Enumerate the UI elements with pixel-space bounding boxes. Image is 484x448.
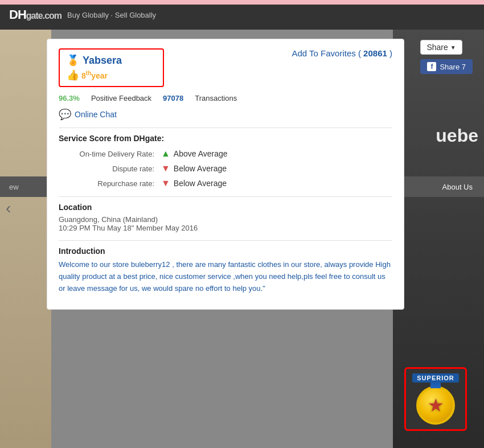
thumbs-up-icon: 👍: [67, 69, 79, 81]
member-date: 10:29 PM Thu May 18" Member May 2016: [59, 224, 392, 232]
year-badge: 👍 8thyear: [67, 69, 156, 81]
logo: DHgate.com: [9, 7, 61, 22]
nav-tagline: Buy Globally · Sell Globally: [67, 11, 156, 19]
repurchase-rate-row: Repurchase rate: ▼ Below Average: [59, 178, 392, 188]
medal-top: [430, 380, 441, 388]
divider-2: [59, 196, 392, 197]
seller-popup-card: 🏅 Yabsera 👍 8thyear Add To Favorites ( 2…: [47, 39, 404, 310]
superior-badge: SUPERIOR ★: [404, 367, 467, 431]
share-area: Share ▼ f Share 7: [420, 40, 473, 74]
left-arrow[interactable]: ‹: [6, 199, 11, 217]
divider-3: [59, 240, 392, 241]
location-address: Guangdong, China (Mainland): [59, 215, 392, 224]
transactions-count: 97078: [163, 94, 183, 102]
stats-row: 96.3% Positive Feedback 97078 Transactio…: [59, 94, 392, 102]
online-chat-row: 💬 Online Chat: [59, 108, 392, 121]
seller-info-box: 🏅 Yabsera 👍 8thyear: [59, 48, 164, 87]
arrow-down-icon-repurchase: ▼: [161, 178, 170, 188]
star-icon: ★: [428, 394, 444, 416]
introduction-section: Introduction Welcome to our store bulebe…: [59, 246, 392, 294]
location-title: Location: [59, 203, 392, 212]
repurchase-rate-label: Repurchase rate:: [59, 179, 161, 188]
logo-dh: DH: [9, 7, 26, 22]
online-chat-link[interactable]: Online Chat: [75, 110, 117, 119]
delivery-rate-value: Above Average: [174, 149, 228, 158]
medal-circle: ★: [416, 386, 455, 425]
arrow-up-icon: ▲: [161, 149, 170, 159]
service-score-section: Service Score from DHgate: On-time Deliv…: [59, 134, 392, 188]
seller-name[interactable]: Yabsera: [83, 55, 122, 67]
delivery-rate-row: On-time Delivery Rate: ▲ Above Average: [59, 149, 392, 159]
dispute-rate-row: Dispute rate: ▼ Below Average: [59, 163, 392, 174]
transactions-label: Transactions: [195, 94, 237, 102]
add-favorites-link[interactable]: Add To Favorites ( 20861 ): [292, 48, 392, 58]
facebook-share-button[interactable]: f Share 7: [420, 59, 473, 74]
seller-name-row: 🏅 Yabsera: [67, 54, 156, 67]
divider-1: [59, 128, 392, 128]
arrow-down-icon-dispute: ▼: [161, 163, 170, 174]
positive-feedback-label: Positive Feedback: [91, 94, 151, 102]
service-score-title: Service Score from DHgate:: [59, 134, 392, 143]
logo-gate: gate.com: [26, 11, 61, 20]
fb-share-label: Share 7: [440, 63, 466, 71]
location-section: Location Guangdong, China (Mainland) 10:…: [59, 203, 392, 232]
introduction-title: Introduction: [59, 246, 392, 256]
repurchase-rate-value: Below Average: [174, 179, 227, 188]
left-clothes-bg: [0, 30, 51, 448]
bg-nav-item-1: ew: [9, 183, 19, 191]
facebook-icon: f: [427, 62, 436, 71]
side-text: uebe: [436, 125, 478, 146]
positive-percent: 96.3%: [59, 94, 80, 102]
delivery-rate-label: On-time Delivery Rate:: [59, 150, 161, 158]
dispute-rate-value: Below Average: [174, 164, 227, 173]
seller-header: 🏅 Yabsera 👍 8thyear Add To Favorites ( 2…: [59, 48, 392, 87]
dispute-rate-label: Dispute rate:: [59, 165, 161, 173]
chat-icon: 💬: [59, 108, 71, 121]
share-label: Share: [426, 43, 448, 52]
pink-bar: [0, 0, 484, 5]
medal-icon: 🏅: [67, 54, 79, 67]
add-favorites-area: Add To Favorites ( 20861 ): [292, 48, 392, 58]
introduction-text: Welcome to our store buleberry12 , there…: [59, 259, 392, 294]
about-us-link[interactable]: About Us: [442, 183, 473, 191]
share-button[interactable]: Share ▼: [420, 40, 462, 55]
year-text: 8thyear: [81, 70, 108, 80]
chevron-down-icon: ▼: [450, 44, 456, 51]
